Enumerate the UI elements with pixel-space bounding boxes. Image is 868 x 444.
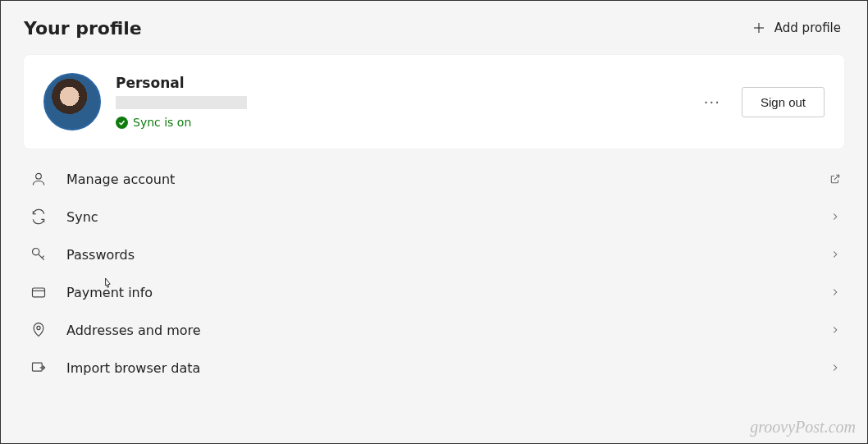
more-button[interactable]: ··· xyxy=(701,94,724,111)
watermark: groovyPost.com xyxy=(750,418,856,437)
add-profile-label: Add profile xyxy=(774,21,841,35)
sign-out-button[interactable]: Sign out xyxy=(742,87,825,117)
svg-point-2 xyxy=(36,173,42,179)
chevron-right-icon xyxy=(829,286,841,298)
check-circle-icon xyxy=(116,117,128,129)
key-icon xyxy=(30,246,47,263)
menu-item-payment[interactable]: Payment info xyxy=(24,273,844,311)
plus-icon xyxy=(752,21,766,35)
chevron-right-icon xyxy=(829,211,841,222)
svg-point-8 xyxy=(37,326,40,329)
page-header: Your profile Add profile xyxy=(24,16,844,40)
menu-item-manage-account[interactable]: Manage account xyxy=(24,160,844,198)
menu-item-label: Sync xyxy=(66,209,98,225)
menu-item-label: Addresses and more xyxy=(66,323,201,338)
chevron-right-icon xyxy=(829,249,841,260)
menu-item-label: Passwords xyxy=(66,247,135,263)
import-icon xyxy=(30,359,47,376)
pin-icon xyxy=(30,322,47,338)
avatar xyxy=(43,73,101,130)
profile-info: Personal Sync is on xyxy=(116,75,247,129)
sync-status: Sync is on xyxy=(116,116,247,129)
sync-status-label: Sync is on xyxy=(133,116,191,129)
menu-item-label: Manage account xyxy=(66,172,175,187)
menu-item-passwords[interactable]: Passwords xyxy=(24,236,844,273)
card-icon xyxy=(30,284,47,300)
svg-rect-6 xyxy=(33,288,45,297)
settings-menu: Manage account Sync Passwords xyxy=(24,160,844,387)
profile-name: Personal xyxy=(116,75,247,91)
external-link-icon xyxy=(829,173,841,185)
person-icon xyxy=(30,171,47,187)
menu-item-addresses[interactable]: Addresses and more xyxy=(24,311,844,349)
svg-rect-9 xyxy=(33,363,43,371)
profile-card: Personal Sync is on ··· Sign out xyxy=(24,55,844,149)
svg-line-5 xyxy=(42,256,43,259)
page-title: Your profile xyxy=(24,18,142,39)
menu-item-sync[interactable]: Sync xyxy=(24,198,844,236)
chevron-right-icon xyxy=(829,324,841,336)
menu-item-label: Import browser data xyxy=(66,360,200,376)
add-profile-button[interactable]: Add profile xyxy=(748,16,844,40)
sync-icon xyxy=(30,208,47,225)
cursor-pointer-icon xyxy=(101,277,114,293)
menu-item-import[interactable]: Import browser data xyxy=(24,349,844,387)
chevron-right-icon xyxy=(829,362,841,373)
profile-email-redacted xyxy=(116,96,247,109)
